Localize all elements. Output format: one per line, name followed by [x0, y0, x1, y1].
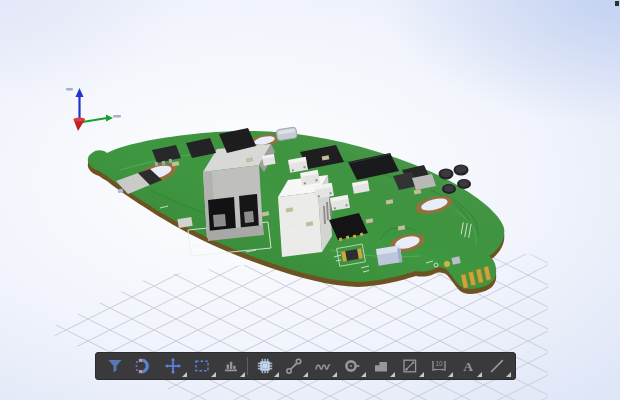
- z-axis-arrowhead: [76, 88, 84, 97]
- crosshair-move-icon: [164, 357, 182, 375]
- line-icon: [488, 357, 506, 375]
- dimension-button[interactable]: 10: [424, 354, 453, 378]
- dashed-selection-box-icon: [193, 357, 211, 375]
- magnet-icon: [135, 357, 153, 375]
- text-icon: A: [459, 357, 477, 375]
- route-button[interactable]: [279, 354, 308, 378]
- dropdown-caret: [506, 372, 511, 377]
- snap-button[interactable]: [129, 354, 158, 378]
- tune-button[interactable]: [308, 354, 337, 378]
- filter-button[interactable]: [100, 354, 129, 378]
- select-button[interactable]: [187, 354, 216, 378]
- place-component-button[interactable]: [250, 354, 279, 378]
- polygon-icon: [372, 357, 390, 375]
- bar-chart-icon: [222, 357, 240, 375]
- axis-label-mark: [113, 115, 121, 118]
- funnel-icon: [106, 357, 124, 375]
- origin-cone-top: [74, 118, 86, 122]
- text-button[interactable]: A: [453, 354, 482, 378]
- polygon-button[interactable]: [366, 354, 395, 378]
- via-icon: [343, 357, 361, 375]
- via-button[interactable]: [337, 354, 366, 378]
- board-insight-button[interactable]: [216, 354, 245, 378]
- axis-gizmo[interactable]: [66, 88, 121, 131]
- squiggle-tune-icon: [314, 357, 332, 375]
- dimension-icon: 10: [430, 357, 448, 375]
- scene-svg: [0, 0, 620, 400]
- corner-artifact: [615, 1, 619, 6]
- axis-label-mark: [66, 88, 73, 91]
- route-path-icon: [285, 357, 303, 375]
- move-button[interactable]: [158, 354, 187, 378]
- pcb-board[interactable]: [88, 127, 505, 294]
- toolbar-separator: [247, 357, 248, 375]
- y-axis-arrowhead: [106, 115, 113, 122]
- measure-button[interactable]: [395, 354, 424, 378]
- measure-icon: [401, 357, 419, 375]
- line-button[interactable]: [482, 354, 511, 378]
- toolbar: 10 A: [95, 352, 516, 380]
- dropdown-caret: [240, 372, 245, 377]
- chip-icon: [256, 357, 274, 375]
- svg-text:A: A: [463, 359, 473, 374]
- gold-pad: [444, 261, 450, 267]
- svg-text:10: 10: [435, 360, 443, 367]
- viewport-3d[interactable]: 10 A: [0, 0, 620, 400]
